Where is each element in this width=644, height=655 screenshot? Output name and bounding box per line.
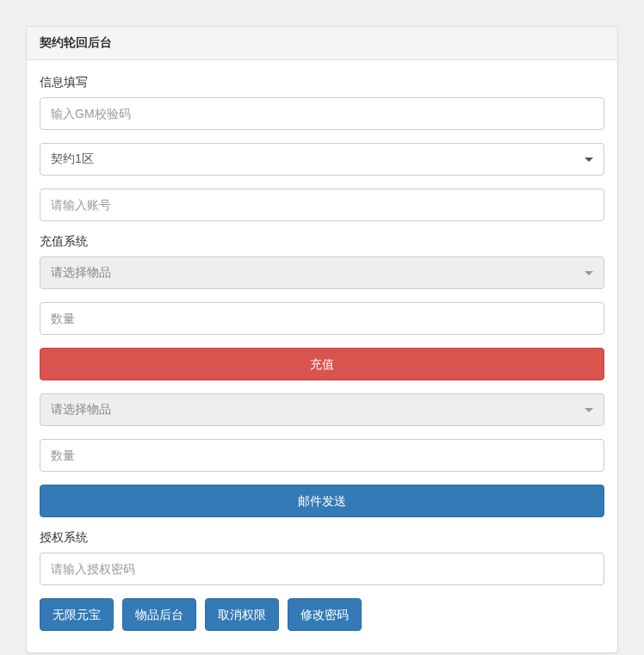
admin-panel: 契约轮回后台 信息填写 契约1区 充值系统 请选择物品 充值 — [26, 26, 618, 653]
caret-down-icon — [585, 271, 593, 275]
auth-section-label: 授权系统 — [40, 530, 604, 546]
recharge-button[interactable]: 充值 — [40, 348, 604, 380]
gm-code-input[interactable] — [40, 97, 604, 130]
item-select-1[interactable]: 请选择物品 — [40, 256, 604, 289]
panel-body: 信息填写 契约1区 充值系统 请选择物品 充值 — [27, 60, 617, 652]
caret-down-icon — [585, 408, 593, 412]
cancel-permission-button[interactable]: 取消权限 — [205, 598, 279, 631]
quantity-input-1[interactable] — [40, 302, 604, 335]
account-input[interactable] — [40, 188, 604, 221]
info-section-label: 信息填写 — [40, 75, 604, 90]
server-select[interactable]: 契约1区 — [40, 143, 604, 176]
item-select-1-value: 请选择物品 — [51, 265, 583, 281]
recharge-section-label: 充值系统 — [40, 234, 604, 250]
change-password-button[interactable]: 修改密码 — [288, 598, 362, 631]
caret-down-icon — [585, 158, 593, 162]
server-select-value: 契约1区 — [51, 151, 583, 167]
item-admin-button[interactable]: 物品后台 — [122, 598, 196, 631]
item-select-2[interactable]: 请选择物品 — [40, 393, 604, 426]
auth-password-input[interactable] — [40, 553, 604, 585]
item-select-2-value: 请选择物品 — [51, 402, 583, 417]
action-button-row: 无限元宝 物品后台 取消权限 修改密码 — [40, 598, 604, 631]
mail-send-button[interactable]: 邮件发送 — [40, 485, 604, 517]
unlimited-gold-button[interactable]: 无限元宝 — [40, 598, 114, 631]
quantity-input-2[interactable] — [40, 439, 604, 472]
panel-title: 契约轮回后台 — [27, 27, 617, 60]
